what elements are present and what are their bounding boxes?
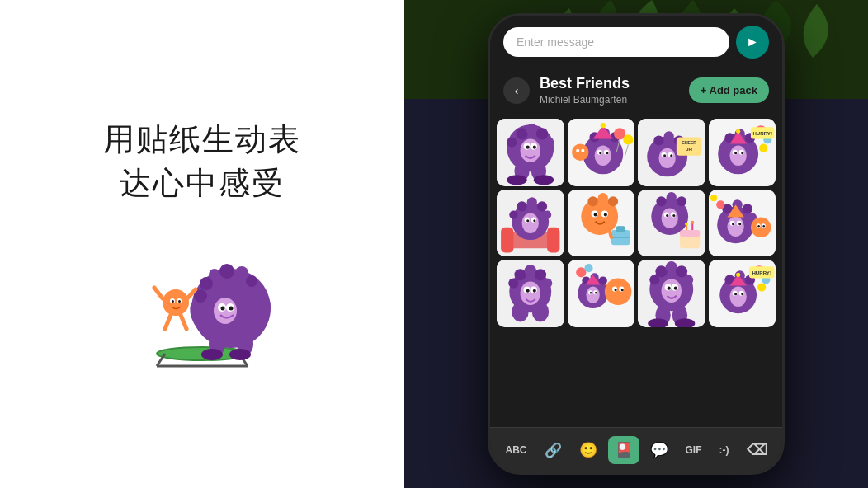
svg-point-45 xyxy=(533,146,536,149)
svg-point-191 xyxy=(614,289,616,291)
svg-point-10 xyxy=(252,285,265,298)
sticker-row-1: CHEER UP! xyxy=(497,119,776,186)
svg-point-133 xyxy=(662,208,678,228)
svg-point-106 xyxy=(527,197,537,207)
add-pack-button[interactable]: + Add pack xyxy=(689,77,769,103)
svg-point-114 xyxy=(533,219,535,222)
svg-point-79 xyxy=(670,154,672,157)
svg-point-113 xyxy=(526,219,529,222)
send-icon: ► xyxy=(746,35,759,49)
sticker-illustration xyxy=(111,238,293,370)
pack-header: ‹ Best Friends Michiel Baumgarten + Add … xyxy=(490,68,782,115)
phone-body: Enter message ► ‹ Best Friends Michiel B… xyxy=(488,13,785,475)
svg-point-143 xyxy=(691,220,694,223)
right-panel: Enter message ► ‹ Best Friends Michiel B… xyxy=(404,0,868,488)
svg-point-108 xyxy=(543,210,551,218)
svg-point-21 xyxy=(229,349,251,360)
sticker-12[interactable]: HURRY! xyxy=(709,260,776,327)
sticker-7[interactable] xyxy=(638,190,705,257)
sticker-6[interactable] xyxy=(568,190,635,257)
back-icon: ‹ xyxy=(515,84,519,97)
svg-point-49 xyxy=(534,175,554,185)
svg-point-148 xyxy=(742,204,752,214)
svg-point-56 xyxy=(600,123,605,128)
svg-point-176 xyxy=(532,302,549,321)
svg-point-97 xyxy=(759,144,767,152)
svg-line-29 xyxy=(154,288,163,298)
svg-point-117 xyxy=(587,196,597,206)
attachment-icon: 🔗 xyxy=(545,442,562,459)
svg-point-75 xyxy=(658,148,675,168)
sticker-10[interactable] xyxy=(568,260,635,327)
svg-point-36 xyxy=(516,128,527,139)
sticker-5[interactable] xyxy=(497,190,564,257)
chat-icon: 💬 xyxy=(650,441,668,459)
sticker-4[interactable]: HURRY! xyxy=(709,119,776,186)
toolbar-emoji[interactable]: 🙂 xyxy=(573,436,604,464)
add-pack-label: + Add pack xyxy=(701,84,757,96)
toolbar-emoticon[interactable]: :-) xyxy=(713,439,736,461)
toolbar-abc[interactable]: ABC xyxy=(499,439,534,461)
svg-point-37 xyxy=(526,124,538,135)
sticker-8[interactable] xyxy=(709,190,776,257)
svg-point-40 xyxy=(507,137,517,147)
toolbar-chat[interactable]: 💬 xyxy=(644,436,675,464)
svg-text:HURRY!: HURRY! xyxy=(752,130,772,136)
svg-point-122 xyxy=(593,213,597,216)
svg-point-168 xyxy=(542,278,552,288)
svg-point-201 xyxy=(649,274,659,284)
svg-point-62 xyxy=(572,144,588,161)
svg-point-222 xyxy=(736,273,740,277)
svg-point-61 xyxy=(606,152,608,154)
svg-point-44 xyxy=(526,146,530,149)
svg-point-88 xyxy=(729,146,746,166)
svg-point-194 xyxy=(584,264,592,272)
svg-point-72 xyxy=(664,131,674,141)
svg-point-24 xyxy=(163,289,189,316)
svg-point-159 xyxy=(757,225,759,227)
svg-point-137 xyxy=(672,214,675,217)
svg-point-8 xyxy=(235,266,248,279)
toolbar-sticker[interactable]: 🎴 xyxy=(608,436,639,464)
left-panel: 用贴纸生动表 达心中感受 xyxy=(0,0,404,488)
svg-point-187 xyxy=(594,292,596,293)
back-button[interactable]: ‹ xyxy=(503,77,530,104)
svg-point-20 xyxy=(201,349,223,360)
svg-point-39 xyxy=(544,137,554,147)
svg-point-200 xyxy=(683,274,693,284)
svg-point-123 xyxy=(603,213,606,216)
svg-point-156 xyxy=(750,217,770,237)
toolbar-backspace[interactable]: ⌫ xyxy=(740,436,774,464)
svg-point-131 xyxy=(667,192,677,202)
svg-point-17 xyxy=(229,307,234,311)
toolbar-gif[interactable]: GIF xyxy=(679,439,709,461)
svg-point-66 xyxy=(623,134,633,144)
svg-point-71 xyxy=(653,135,663,145)
sticker-11[interactable] xyxy=(638,260,705,327)
svg-point-91 xyxy=(734,152,737,154)
toolbar-attachment[interactable]: 🔗 xyxy=(538,437,568,464)
svg-point-27 xyxy=(172,300,174,303)
svg-text:HURRY!: HURRY! xyxy=(752,270,771,275)
svg-text:UP!: UP! xyxy=(686,147,693,152)
sticker-2[interactable] xyxy=(568,119,635,186)
sticker-3[interactable]: CHEER UP! xyxy=(638,119,705,186)
svg-point-118 xyxy=(597,193,607,203)
svg-point-181 xyxy=(598,276,606,284)
sticker-1[interactable] xyxy=(497,119,564,186)
svg-point-7 xyxy=(219,264,234,279)
message-input[interactable]: Enter message xyxy=(503,27,729,57)
pack-info: Best Friends Michiel Baumgarten xyxy=(540,75,679,106)
svg-point-160 xyxy=(762,225,764,227)
svg-point-153 xyxy=(732,223,734,225)
pack-author: Michiel Baumgarten xyxy=(540,94,679,106)
phone-container: Enter message ► ‹ Best Friends Michiel B… xyxy=(488,13,785,475)
title-line1: 用贴纸生动表 xyxy=(103,122,301,157)
svg-point-6 xyxy=(209,269,220,280)
send-button[interactable]: ► xyxy=(736,26,769,59)
svg-point-94 xyxy=(736,129,740,134)
svg-rect-103 xyxy=(547,227,559,252)
sticker-9[interactable] xyxy=(497,260,564,327)
message-bar: Enter message ► xyxy=(490,16,782,68)
svg-point-110 xyxy=(522,213,539,232)
